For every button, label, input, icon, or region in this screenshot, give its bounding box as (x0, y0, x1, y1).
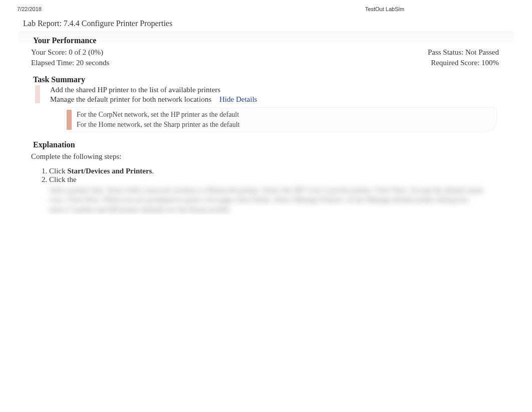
task-summary-heading: Task Summary (18, 70, 514, 85)
explanation-steps: Click Start/Devices and Printers. Click … (49, 167, 514, 184)
pass-status: Pass Status: Not Passed (428, 48, 499, 57)
detail-status-icon (67, 110, 72, 130)
detail-text: For the CorpNet network, set the HP prin… (77, 110, 239, 120)
step-text: . (152, 167, 154, 175)
score-value: Your Score: 0 of 2 (0%) (31, 48, 103, 57)
explanation-section: Explanation Complete the following steps… (18, 135, 514, 215)
product-name: TestOut LabSim (252, 6, 517, 12)
task-details-box: For the CorpNet network, set the HP prin… (64, 107, 497, 132)
task-summary-section: Task Summary Add the shared HP printer t… (18, 70, 514, 132)
elapsed-time: Elapsed Time: 20 seconds (31, 59, 109, 67)
explanation-step: Click Start/Devices and Printers. (49, 167, 514, 175)
step-text: Click the (49, 175, 77, 183)
performance-section: Your Performance Your Score: 0 of 2 (0%)… (18, 31, 514, 68)
task-status-icon (35, 85, 40, 103)
lab-report-title: Lab Report: 7.4.4 Configure Printer Prop… (0, 14, 532, 31)
task-item-text: Manage the default printer for both netw… (50, 95, 211, 104)
explanation-step: Click the (49, 175, 514, 184)
task-item-text: Add the shared HP printer to the list of… (50, 86, 220, 94)
page-date: 7/22/2018 (17, 6, 42, 12)
step-text: Click (49, 167, 67, 175)
explanation-heading: Explanation (18, 135, 514, 151)
hide-details-link[interactable]: Hide Details (219, 95, 257, 104)
explanation-intro: Complete the following steps: (18, 151, 514, 162)
step-bold: Start/Devices and Printers (67, 167, 152, 175)
required-score: Required Score: 100% (431, 59, 499, 67)
detail-text: For the Home network, set the Sharp prin… (77, 120, 239, 130)
blurred-content: Add a printer link. Select Add a network… (49, 185, 485, 215)
performance-heading: Your Performance (18, 33, 514, 47)
